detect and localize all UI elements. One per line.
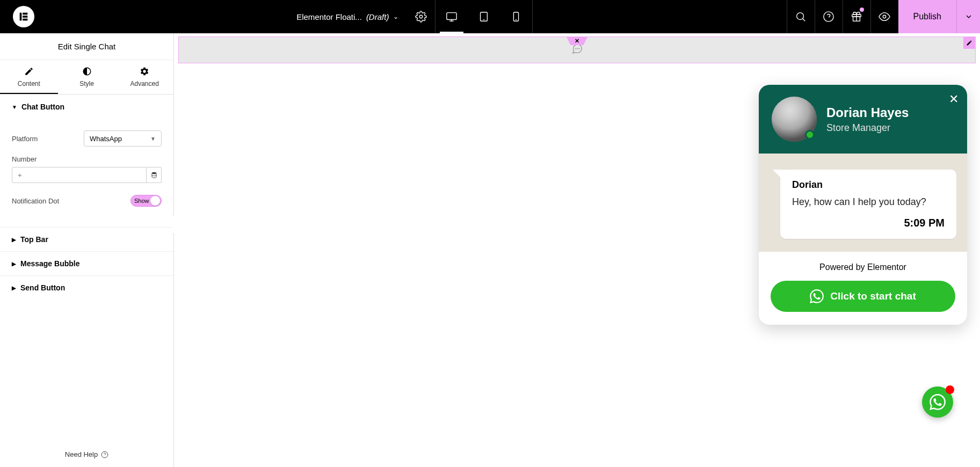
number-label: Number bbox=[12, 155, 37, 163]
chat-avatar bbox=[772, 97, 817, 142]
gear-icon bbox=[115, 67, 173, 78]
editor-canvas: ✕ Dorian Hayes Store Manager ✕ bbox=[174, 33, 980, 467]
svg-rect-5 bbox=[447, 13, 456, 20]
number-input[interactable] bbox=[12, 167, 147, 183]
section-top-bar[interactable]: ▶ Top Bar bbox=[0, 227, 173, 251]
chat-widget-preview: Dorian Hayes Store Manager ✕ Dorian Hey,… bbox=[759, 85, 967, 325]
device-tablet-button[interactable] bbox=[468, 0, 500, 33]
notification-dot-label: Notification Dot bbox=[12, 197, 130, 205]
svg-point-12 bbox=[797, 13, 804, 20]
platform-select[interactable]: WhatsApp ▼ bbox=[84, 130, 162, 147]
document-title: Elementor Floati... (Draft) ⌄ bbox=[288, 0, 407, 33]
sidebar-title: Edit Single Chat bbox=[0, 33, 173, 60]
chevron-right-icon: ▶ bbox=[12, 237, 16, 243]
svg-point-4 bbox=[420, 15, 423, 18]
preview-button[interactable] bbox=[870, 0, 898, 33]
publish-button[interactable]: Publish bbox=[898, 0, 956, 33]
dynamic-tag-button[interactable] bbox=[147, 167, 162, 183]
section-message-bubble[interactable]: ▶ Message Bubble bbox=[0, 251, 173, 275]
section-chat-button[interactable]: ▼ Chat Button bbox=[0, 94, 173, 119]
help-button[interactable] bbox=[815, 0, 843, 33]
notification-dot-icon bbox=[860, 8, 864, 12]
notification-dot-icon bbox=[946, 385, 954, 394]
chat-agent-name: Dorian Hayes bbox=[826, 105, 909, 120]
svg-rect-0 bbox=[20, 13, 22, 21]
section-chat-button-body: Platform WhatsApp ▼ Number Notification … bbox=[0, 119, 173, 227]
doc-title-text: Elementor Floati... bbox=[296, 12, 362, 21]
whatsapp-icon bbox=[810, 289, 824, 303]
close-icon: ✕ bbox=[567, 37, 588, 45]
start-chat-button[interactable]: Click to start chat bbox=[771, 281, 955, 312]
message-time: 5:09 PM bbox=[792, 217, 945, 229]
svg-point-14 bbox=[824, 12, 833, 21]
elementor-logo[interactable] bbox=[13, 6, 34, 27]
whatsapp-fab[interactable] bbox=[922, 386, 953, 418]
device-switcher bbox=[435, 0, 533, 33]
widget-delete-tab[interactable]: ✕ bbox=[567, 37, 588, 45]
contrast-icon bbox=[58, 67, 116, 78]
svg-point-24 bbox=[577, 48, 578, 49]
editor-sidebar: Edit Single Chat Content Style Advanced … bbox=[0, 33, 174, 467]
device-desktop-button[interactable] bbox=[435, 0, 468, 33]
publish-dropdown-button[interactable] bbox=[956, 0, 980, 33]
svg-point-20 bbox=[151, 172, 156, 174]
need-help-link[interactable]: Need Help bbox=[0, 442, 173, 467]
notification-dot-toggle[interactable]: Show bbox=[130, 195, 162, 207]
svg-rect-2 bbox=[23, 16, 27, 18]
online-status-dot bbox=[805, 130, 815, 140]
svg-rect-3 bbox=[23, 19, 27, 21]
whatsapp-icon bbox=[930, 394, 946, 410]
svg-line-13 bbox=[803, 19, 805, 21]
tab-style[interactable]: Style bbox=[58, 60, 116, 94]
sidebar-tabs: Content Style Advanced bbox=[0, 60, 173, 94]
svg-point-19 bbox=[883, 15, 886, 18]
search-button[interactable] bbox=[787, 0, 815, 33]
svg-rect-1 bbox=[23, 13, 27, 15]
chat-agent-role: Store Manager bbox=[826, 122, 909, 134]
tab-advanced[interactable]: Advanced bbox=[115, 60, 173, 94]
toggle-knob bbox=[150, 196, 160, 206]
topbar-right-group: Publish bbox=[787, 0, 980, 33]
gift-button[interactable] bbox=[843, 0, 870, 33]
message-sender: Dorian bbox=[792, 179, 945, 191]
chevron-right-icon: ▶ bbox=[12, 285, 16, 291]
section-send-button[interactable]: ▶ Send Button bbox=[0, 275, 173, 300]
app-topbar: Elementor Floati... (Draft) ⌄ bbox=[0, 0, 980, 33]
chevron-down-icon: ▼ bbox=[12, 104, 17, 110]
widget-placeholder[interactable]: ✕ bbox=[178, 37, 976, 63]
chat-footer: Powered by Elementor Click to start chat bbox=[759, 252, 967, 325]
message-bubble: Dorian Hey, how can I help you today? 5:… bbox=[780, 170, 956, 239]
widget-edit-button[interactable] bbox=[963, 37, 975, 49]
doc-chevron-down-icon[interactable]: ⌄ bbox=[393, 13, 398, 20]
settings-button[interactable] bbox=[407, 0, 435, 33]
message-text: Hey, how can I help you today? bbox=[792, 195, 945, 209]
chat-body: Dorian Hey, how can I help you today? 5:… bbox=[759, 154, 967, 252]
pencil-icon bbox=[0, 67, 58, 78]
chat-header: Dorian Hayes Store Manager ✕ bbox=[759, 85, 967, 154]
chevron-right-icon: ▶ bbox=[12, 261, 16, 267]
svg-point-23 bbox=[575, 48, 576, 49]
device-mobile-button[interactable] bbox=[500, 0, 532, 33]
svg-point-21 bbox=[101, 451, 108, 458]
chat-close-button[interactable]: ✕ bbox=[949, 92, 959, 106]
tab-content[interactable]: Content bbox=[0, 60, 58, 94]
platform-label: Platform bbox=[12, 135, 84, 143]
svg-point-25 bbox=[579, 48, 579, 49]
powered-by-label: Powered by Elementor bbox=[771, 262, 955, 272]
chevron-down-icon: ▼ bbox=[150, 136, 156, 142]
publish-label: Publish bbox=[913, 12, 941, 21]
draft-label: (Draft) bbox=[366, 12, 389, 21]
